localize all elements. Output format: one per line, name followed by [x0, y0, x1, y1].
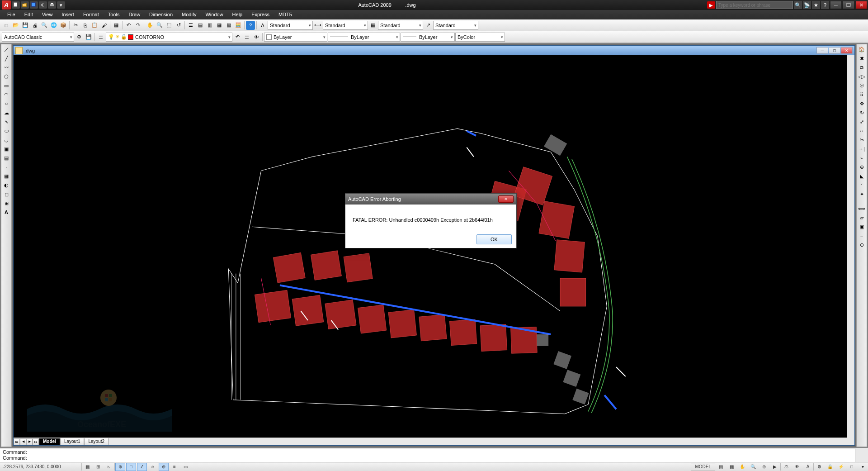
command-scrollbar[interactable] [855, 448, 868, 462]
hardware-accel-icon[interactable]: ⚡ [836, 463, 846, 471]
menu-dimension[interactable]: Dimension [145, 11, 177, 18]
tab-layout2[interactable]: Layout2 [84, 438, 108, 445]
distance-icon[interactable]: ⟺ [857, 205, 866, 213]
tray-dropdown-icon[interactable]: ▾ [858, 463, 868, 471]
dim-style-select[interactable]: Standard [323, 21, 368, 30]
paste-icon[interactable]: 📋 [90, 21, 99, 30]
plot-icon[interactable]: 🖨 [30, 21, 39, 30]
ok-button[interactable]: OK [476, 234, 512, 244]
qat-open-icon[interactable] [21, 1, 29, 9]
doc-close-button[interactable]: ✕ [841, 47, 853, 54]
plotstyle-select[interactable]: ByColor [455, 33, 505, 42]
mtext-icon[interactable]: A [2, 208, 11, 216]
save-icon[interactable]: 💾 [21, 21, 30, 30]
polygon-icon[interactable]: ⬠ [2, 72, 11, 81]
extend-icon[interactable]: →| [857, 145, 866, 153]
layer-state-icon[interactable]: ☰ [242, 33, 251, 42]
pan-icon[interactable]: ✋ [146, 21, 155, 30]
region-mass-icon[interactable]: ▣ [857, 223, 866, 231]
ellipse-arc-icon[interactable]: ◡ [2, 136, 11, 144]
pan-status-icon[interactable]: ✋ [737, 463, 747, 471]
gradient-icon[interactable]: ◐ [2, 181, 11, 189]
menu-draw[interactable]: Draw [124, 11, 145, 18]
otrack-toggle[interactable]: ∠ [137, 463, 147, 471]
toolpalettes-icon[interactable]: ▥ [205, 21, 214, 30]
annotation-visibility-icon[interactable]: 👁 [792, 463, 802, 471]
explode-icon[interactable]: ✦ [857, 190, 866, 198]
autoscale-icon[interactable]: A [803, 463, 813, 471]
layer-properties-icon[interactable]: ☰ [96, 33, 105, 42]
list-icon[interactable]: ≡ [857, 232, 866, 240]
dialog-titlebar[interactable]: AutoCAD Error Aborting ✕ [345, 194, 516, 205]
doc-maximize-button[interactable]: □ [829, 47, 840, 54]
layer-select[interactable]: 💡☀🔓CONTORNO [106, 33, 232, 42]
break-icon[interactable]: ⌁ [857, 154, 866, 162]
annotation-scale-icon[interactable]: ⚖ [781, 463, 791, 471]
zoom-window-icon[interactable]: ⬚ [165, 21, 174, 30]
stretch-icon[interactable]: ↔ [857, 127, 866, 135]
color-select[interactable]: ByLayer [264, 33, 327, 42]
infocenter-search-icon[interactable]: 🔍 [794, 1, 802, 9]
offset-icon[interactable]: ⦾ [857, 81, 866, 90]
publish-icon[interactable]: 🌐 [49, 21, 58, 30]
favorites-icon[interactable]: ★ [812, 1, 820, 9]
vertical-scrollbar[interactable] [847, 55, 854, 438]
search-input[interactable] [716, 1, 793, 9]
rotate-icon[interactable]: ↻ [857, 109, 866, 117]
menu-modify[interactable]: Modify [177, 11, 201, 18]
nav-home-icon[interactable]: 🏠 [857, 45, 866, 53]
revcloud-icon[interactable]: ☁ [2, 109, 11, 117]
line-icon[interactable]: ／ [2, 45, 11, 53]
lineweight-select[interactable]: ByLayer [401, 33, 455, 42]
sheet-set-icon[interactable]: ▦ [215, 21, 224, 30]
move-icon[interactable]: ✥ [857, 100, 866, 108]
tab-nav-prev-icon[interactable]: ◀ [20, 438, 26, 445]
menu-window[interactable]: Window [201, 11, 227, 18]
redo-icon[interactable]: ↷ [133, 21, 142, 30]
doc-minimize-button[interactable]: ─ [816, 47, 828, 54]
workspace-select[interactable]: AutoCAD Classic [2, 33, 74, 42]
grid-toggle[interactable]: ⊞ [93, 463, 103, 471]
tab-nav-next-icon[interactable]: ▶ [26, 438, 33, 445]
dialog-close-button[interactable]: ✕ [498, 195, 514, 203]
table-icon[interactable]: ⊞ [2, 199, 11, 207]
menu-tools[interactable]: Tools [104, 11, 124, 18]
matchprop-icon[interactable]: 🖌 [99, 21, 108, 30]
close-button[interactable]: ✕ [855, 1, 867, 9]
properties-icon[interactable]: ☰ [186, 21, 195, 30]
chamfer-icon[interactable]: ◣ [857, 172, 866, 180]
layer-previous-icon[interactable]: ↶ [233, 33, 242, 42]
quickcalc-icon[interactable]: 🧮 [234, 21, 243, 30]
steering-wheel-icon[interactable]: ⊚ [759, 463, 769, 471]
zoom-realtime-icon[interactable]: 🔍 [155, 21, 164, 30]
menu-format[interactable]: Format [79, 11, 104, 18]
layer-iso-icon[interactable]: 👁 [252, 33, 261, 42]
quickview-layouts-icon[interactable]: ▤ [716, 463, 726, 471]
ortho-toggle[interactable]: ⊾ [104, 463, 114, 471]
array-icon[interactable]: ⠿ [857, 90, 866, 99]
tab-layout1[interactable]: Layout1 [60, 438, 85, 445]
trim-icon[interactable]: ✂ [857, 136, 866, 144]
osnap-toggle[interactable]: □ [126, 463, 136, 471]
menu-express[interactable]: Express [247, 11, 274, 18]
xline-icon[interactable]: ╱ [2, 54, 11, 62]
tab-nav-last-icon[interactable]: ⏭ [33, 438, 39, 445]
horizontal-scrollbar[interactable]: ⏮ ◀ ▶ ⏭ Model Layout1 Layout2 [14, 438, 847, 445]
lwt-toggle[interactable]: ≡ [170, 463, 179, 471]
menu-view[interactable]: View [38, 11, 57, 18]
zoom-status-icon[interactable]: 🔍 [748, 463, 758, 471]
linetype-select[interactable]: ByLayer [328, 33, 400, 42]
snap-toggle[interactable]: ▦ [82, 463, 92, 471]
info-arrow-icon[interactable]: ▶ [707, 1, 715, 9]
fillet-icon[interactable]: ◜ [857, 181, 866, 189]
insert-block-icon[interactable]: ▣ [2, 145, 11, 153]
designcenter-icon[interactable]: ▤ [196, 21, 205, 30]
model-space-button[interactable]: MODEL [691, 463, 715, 471]
make-block-icon[interactable]: ▤ [2, 154, 11, 162]
workspace-switch-icon[interactable]: ⚙ [814, 463, 824, 471]
qat-print-icon[interactable] [48, 1, 56, 9]
textstyle-icon[interactable]: A [258, 21, 267, 30]
dyn-toggle[interactable]: ⊕ [159, 463, 169, 471]
showmotion-icon[interactable]: ▶ [770, 463, 780, 471]
help-icon[interactable]: ? [821, 1, 829, 9]
